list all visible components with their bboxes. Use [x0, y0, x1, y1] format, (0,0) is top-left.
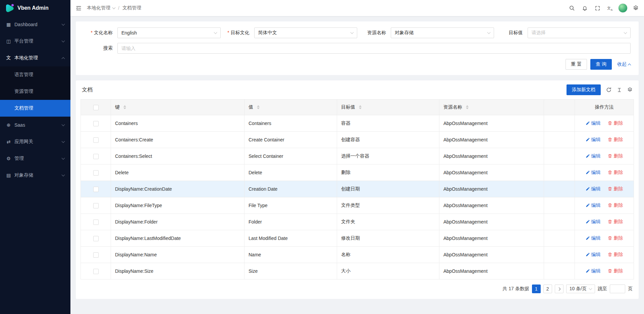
edit-button[interactable]: 编辑: [586, 120, 601, 126]
sidebar-item-language-management[interactable]: 语言管理: [0, 66, 70, 83]
collapse-link[interactable]: 收起: [617, 61, 631, 67]
sidebar-item-dashboard[interactable]: ▦ Dashboard: [0, 16, 70, 33]
sidebar-item-resource-management[interactable]: 资源管理: [0, 83, 70, 100]
cell-value: Delete: [245, 165, 337, 181]
table-row[interactable]: DisplayName:Size Size 大小 AbpOssManagemen…: [81, 263, 634, 279]
cell-value: Select Container: [245, 148, 337, 165]
chevron-up-icon: [628, 63, 631, 67]
search-input[interactable]: [117, 43, 631, 54]
table-row[interactable]: DisplayName:Name Name 名称 AbpOssManagemen…: [81, 247, 634, 263]
table-row[interactable]: Containers:Create Create Container 创建容器 …: [81, 132, 634, 148]
column-header-key[interactable]: 键: [111, 100, 245, 115]
refresh-icon[interactable]: [606, 87, 611, 92]
target-value-placeholder: 请选择: [532, 30, 622, 36]
sidebar-item-platform[interactable]: ◫ 平台管理: [0, 33, 70, 50]
table-row[interactable]: Containers Containers 容器 AbpOssManagemen…: [81, 115, 634, 132]
select-all-header[interactable]: [81, 100, 111, 115]
table-row[interactable]: DisplayName:CreationDate Creation Date 创…: [81, 181, 634, 197]
edit-button[interactable]: 编辑: [586, 137, 601, 143]
delete-button[interactable]: 删除: [608, 137, 623, 143]
target-value-select[interactable]: 请选择: [528, 27, 631, 38]
delete-button[interactable]: 删除: [608, 170, 623, 176]
chevron-down-icon: [487, 30, 490, 34]
sidebar-item-saas[interactable]: ⊕ Saas: [0, 117, 70, 133]
sidebar-item-object-storage[interactable]: ▤ 对象存储: [0, 167, 70, 184]
select-all-checkbox[interactable]: [93, 105, 99, 110]
sidebar-item-management[interactable]: ⚙ 管理: [0, 150, 70, 167]
table-row[interactable]: DisplayName:FileType File Type 文件类型 AbpO…: [81, 197, 634, 214]
translate-icon[interactable]: 文 A: [604, 0, 616, 16]
delete-button[interactable]: 删除: [608, 268, 623, 274]
cell-empty: [544, 132, 575, 148]
row-checkbox[interactable]: [93, 170, 99, 176]
row-height-icon[interactable]: [617, 87, 622, 92]
row-checkbox[interactable]: [93, 269, 99, 274]
edit-button[interactable]: 编辑: [586, 153, 601, 159]
row-checkbox[interactable]: [93, 121, 99, 126]
row-checkbox[interactable]: [93, 203, 99, 208]
reset-button[interactable]: 重 置: [566, 59, 587, 70]
delete-button[interactable]: 删除: [608, 186, 623, 192]
row-checkbox[interactable]: [93, 252, 99, 258]
delete-button[interactable]: 删除: [608, 235, 623, 241]
sidebar-fold-icon[interactable]: [76, 5, 82, 11]
edit-button[interactable]: 编辑: [586, 202, 601, 208]
table-tools: 添加新文档: [567, 84, 633, 95]
cell-resource: AbpOssManagement: [439, 197, 544, 214]
add-document-button[interactable]: 添加新文档: [567, 84, 601, 95]
breadcrumb-parent[interactable]: 本地化管理: [87, 5, 115, 11]
column-header-value[interactable]: 值: [245, 100, 337, 115]
row-checkbox[interactable]: [93, 154, 99, 159]
delete-button[interactable]: 删除: [608, 219, 623, 225]
page-button-1[interactable]: 1: [532, 285, 541, 293]
column-header-resource[interactable]: 资源名称: [439, 100, 544, 115]
fullscreen-icon[interactable]: [591, 0, 604, 16]
resource-select-value: 对象存储: [395, 30, 485, 36]
sidebar-item-label: 管理: [14, 155, 62, 162]
edit-button[interactable]: 编辑: [586, 235, 601, 241]
edit-button[interactable]: 编辑: [586, 268, 601, 274]
row-checkbox[interactable]: [93, 236, 99, 241]
edit-button[interactable]: 编辑: [586, 219, 601, 225]
edit-label: 编辑: [591, 137, 601, 143]
table-row[interactable]: Delete Delete 删除 AbpOssManagement 编辑: [81, 165, 634, 181]
search-icon[interactable]: [566, 0, 578, 16]
delete-button[interactable]: 删除: [608, 252, 623, 258]
logo[interactable]: Vben Admin: [0, 0, 70, 16]
sidebar-item-gateway[interactable]: ⇄ 应用网关: [0, 133, 70, 150]
table-row[interactable]: Containers:Select Select Container 选择一个容…: [81, 148, 634, 165]
main-area: 本地化管理 / 文档管理: [70, 0, 644, 314]
delete-button[interactable]: 删除: [608, 120, 623, 126]
row-checkbox[interactable]: [93, 219, 99, 225]
edit-button[interactable]: 编辑: [586, 186, 601, 192]
resource-select[interactable]: 对象存储: [391, 27, 494, 38]
table-row[interactable]: DisplayName:Folder Folder 文件夹 AbpOssMana…: [81, 214, 634, 230]
cell-key: DisplayName:LastModifiedDate: [111, 230, 245, 247]
sidebar-item-document-management[interactable]: 文档管理: [0, 100, 70, 117]
notification-bell-icon[interactable]: [578, 0, 591, 16]
row-checkbox[interactable]: [93, 137, 99, 143]
settings-gear-icon[interactable]: [629, 0, 642, 16]
edit-button[interactable]: 编辑: [586, 170, 601, 176]
culture-select[interactable]: English: [117, 27, 221, 38]
table-body: Containers Containers 容器 AbpOssManagemen…: [81, 115, 634, 279]
next-page-button[interactable]: [555, 285, 564, 293]
user-avatar[interactable]: [616, 0, 629, 16]
table-row[interactable]: DisplayName:LastModifiedDate Last Modifi…: [81, 230, 634, 247]
edit-label: 编辑: [591, 170, 601, 176]
column-settings-gear-icon[interactable]: [627, 87, 633, 92]
row-checkbox[interactable]: [93, 187, 99, 192]
page-button-2[interactable]: 2: [543, 285, 552, 293]
sidebar-item-localization[interactable]: 文 本地化管理: [0, 50, 70, 66]
filter-target-value: 目标值 请选择: [494, 27, 631, 38]
edit-button[interactable]: 编辑: [586, 252, 601, 258]
page-size-select[interactable]: 10 条/页: [566, 285, 595, 293]
query-button[interactable]: 查 询: [590, 59, 612, 70]
jump-page-input[interactable]: [610, 285, 625, 293]
column-header-target[interactable]: 目标值: [337, 100, 439, 115]
delete-button[interactable]: 删除: [608, 153, 623, 159]
delete-label: 删除: [613, 235, 623, 241]
target-culture-select[interactable]: 简体中文: [254, 27, 358, 38]
sort-icon: [257, 105, 260, 109]
delete-button[interactable]: 删除: [608, 202, 623, 208]
